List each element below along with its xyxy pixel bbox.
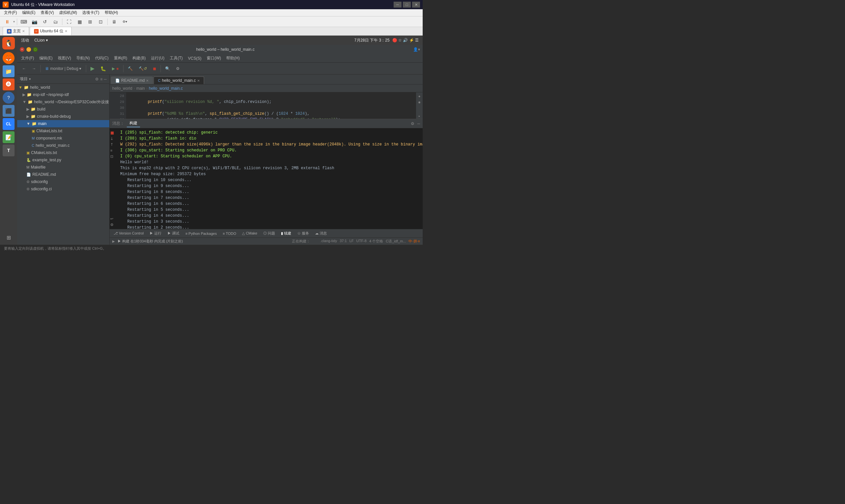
right-bar-error[interactable]: ◉ (417, 100, 422, 105)
console-body[interactable]: I (285) spi_flash: detected chip: generi… (118, 128, 422, 229)
clion-menu-tools[interactable]: 工具(T) (167, 55, 185, 62)
clion-menu-run[interactable]: 运行(U) (148, 55, 167, 62)
clion-toolbar-back[interactable]: ← (20, 64, 29, 73)
vmware-minimize-button[interactable]: ─ (394, 2, 401, 7)
vmware-fullscreen-button[interactable]: ⛶ (64, 18, 74, 26)
tree-item-cmakelists-main[interactable]: ▣ CMakeLists.txt (17, 127, 109, 134)
ubuntu-clion-menu[interactable]: CLion ▾ (34, 38, 48, 42)
breadcrumb-hello-world[interactable]: hello_world (112, 86, 133, 91)
console-filter[interactable]: ≡ (110, 147, 117, 154)
vmware-send-ctrlaltdel-button[interactable]: ⌨ (19, 18, 29, 26)
clion-run-with-coverage[interactable]: ▶◉ (110, 64, 121, 73)
breadcrumb-file[interactable]: hello_world_main.c (149, 86, 183, 91)
clion-toolbar-forward[interactable]: → (30, 64, 38, 73)
tree-item-cmakelists-root[interactable]: ▣ CMakeLists.txt (17, 149, 109, 156)
sidebar-help[interactable]: ? (3, 92, 15, 104)
sidebar-files[interactable]: 📁 (3, 65, 15, 77)
tree-item-example-test[interactable]: 🐍 example_test.py (17, 156, 109, 164)
clion-close-button[interactable]: ✕ (20, 47, 24, 52)
vmware-unity-button[interactable]: ▦ (75, 18, 84, 26)
statusbar-line-ending[interactable]: LF (349, 239, 353, 244)
editor-tab-main-c[interactable]: C hello_world_main.c ✕ (154, 76, 204, 84)
vmware-display-button[interactable]: 🖥 (110, 18, 119, 26)
right-bar-scroll[interactable]: ▸ (417, 113, 422, 119)
pause-dropdown[interactable]: ▾ (13, 20, 15, 23)
vmware-revert-button[interactable]: ↺ (40, 18, 50, 26)
menu-help[interactable]: 帮助(H) (102, 9, 121, 16)
bottom-tab-cmake[interactable]: △ CMake (239, 231, 260, 236)
ubuntu-tab-close[interactable]: ✕ (65, 29, 67, 33)
clion-menu-view[interactable]: 视图(V) (55, 55, 74, 62)
breadcrumb-main[interactable]: main (136, 86, 145, 91)
file-tree-close[interactable]: ─ (104, 77, 107, 82)
bottom-tab-version-control[interactable]: ⎇ Version Control (111, 231, 146, 236)
sidebar-firefox[interactable]: 🦊 (3, 52, 15, 64)
tree-item-build[interactable]: ▶ 📁 build (17, 106, 109, 113)
console-minimize-icon[interactable]: ─ (417, 121, 420, 126)
sidebar-appgrid[interactable]: ⊞ (3, 232, 15, 244)
clion-menu-vcs[interactable]: VCS(S) (185, 55, 204, 61)
clion-search-everywhere[interactable]: 🔍 (163, 64, 172, 73)
tree-item-main[interactable]: ▼ 📁 main (17, 120, 109, 127)
tree-item-sdkconfig[interactable]: ⚙ sdkconfig (17, 178, 109, 185)
readme-tab-close[interactable]: ✕ (146, 79, 149, 83)
clion-menu-build[interactable]: 构建(B) (130, 55, 148, 62)
clion-stop-button[interactable]: ◼ (151, 64, 158, 73)
clion-menu-file[interactable]: 文件(F) (18, 55, 37, 62)
editor-tab-readme[interactable]: 📄 README.md ✕ (111, 76, 153, 84)
menu-tab[interactable]: 选项卡(T) (80, 9, 102, 16)
menu-vm[interactable]: 虚拟机(M) (56, 9, 80, 16)
tree-item-sdkconfig-ci[interactable]: ⚙ sdkconfig.ci (17, 185, 109, 193)
statusbar-encoding[interactable]: UTF-8 (356, 239, 366, 244)
menu-edit[interactable]: 编辑(E) (19, 9, 38, 16)
statusbar-filetype[interactable]: C语_idf_m... (386, 239, 406, 244)
clion-menu-navigate[interactable]: 导航(N) (74, 55, 92, 62)
sidebar-typora[interactable]: T (3, 144, 15, 156)
tree-item-cmake-build-debug[interactable]: ▶ 📁 cmake-build-debug (17, 113, 109, 120)
bottom-tab-build[interactable]: ▮ 续建 (278, 230, 294, 236)
clion-menu-code[interactable]: 代码(C) (92, 55, 111, 62)
menu-view[interactable]: 查看(V) (38, 9, 56, 16)
sidebar-clion[interactable]: CL (3, 118, 15, 130)
main-c-tab-close[interactable]: ✕ (197, 79, 200, 83)
clion-config-selector[interactable]: 🖥 monitor | Debug ▾ (42, 64, 84, 73)
bottom-tab-run[interactable]: ▶ 运行 (147, 230, 164, 236)
bottom-tab-debug[interactable]: ▶ 调试 (165, 230, 182, 236)
vmware-close-button[interactable]: ✕ (412, 2, 420, 7)
clion-menu-refactor[interactable]: 重构(R) (111, 55, 130, 62)
clion-menu-edit[interactable]: 编辑(E) (37, 55, 55, 62)
clion-build-button[interactable]: 🔨 (125, 64, 135, 73)
console-clear[interactable]: ⊡ (110, 154, 117, 159)
tree-item-hello-world-root[interactable]: ▼ 📁 hello_world (17, 84, 109, 91)
console-scroll-end[interactable]: ⤓ (110, 136, 117, 142)
vmware-prefs-button[interactable]: ⚙▾ (120, 18, 130, 26)
console-settings2[interactable]: ⚙ (110, 222, 117, 228)
sidebar-software[interactable]: 🅐 (3, 78, 15, 90)
vmware-tab-ubuntu[interactable]: U Ubuntu 64 位 ✕ (30, 27, 72, 35)
file-tree-settings[interactable]: ⚙ (95, 77, 99, 82)
code-content[interactable]: printf("silicon revision %d, ", chip_inf… (126, 92, 416, 119)
clion-run-button[interactable]: ▶ (88, 64, 97, 73)
statusbar-ime[interactable]: 中·拼·≡ (409, 239, 420, 244)
vmware-pause-button[interactable]: ⏸ (3, 18, 12, 26)
tree-item-readme[interactable]: 📄 README.md (17, 171, 109, 178)
home-tab-close[interactable]: ✕ (22, 29, 25, 33)
bottom-tab-services[interactable]: ☆ 服务 (295, 230, 312, 236)
bottom-tab-messages[interactable]: ☁ 消息 (312, 230, 330, 236)
vmware-snapshot-button[interactable]: 📷 (30, 18, 39, 26)
tree-item-hello-world-sub[interactable]: ▼ 📁 hello_world ~/Desktop/ESP32Code/外设接口… (17, 98, 109, 106)
console-stop-btn[interactable]: ◼ (110, 130, 117, 136)
clion-menu-help[interactable]: 帮助(H) (224, 55, 242, 62)
bottom-tab-python[interactable]: ≡ Python Packages (183, 231, 219, 236)
bottom-tab-problems[interactable]: ◎ 问题 (260, 230, 278, 236)
tree-item-esp-idf[interactable]: ▶ 📁 esp-idf ~/esp/esp-idf (17, 91, 109, 98)
tree-item-hello-world-main-c[interactable]: C hello_world_main.c (17, 142, 109, 149)
statusbar-clang-tidy[interactable]: .clang-tidy (321, 239, 337, 244)
ubuntu-logo[interactable]: 🐧 (2, 37, 15, 50)
vmware-maximize-button[interactable]: □ (403, 2, 411, 7)
sidebar-gedit[interactable]: 📝 (3, 131, 15, 143)
console-settings-icon[interactable]: ⚙ (411, 121, 414, 126)
vmware-tab-home[interactable]: 🏠 主页 ✕ (3, 27, 29, 35)
console-scroll-start[interactable]: ⤒ (110, 142, 117, 147)
code-editor[interactable]: 28 29 30 31 32 33 34 35 36 37 (110, 92, 422, 119)
